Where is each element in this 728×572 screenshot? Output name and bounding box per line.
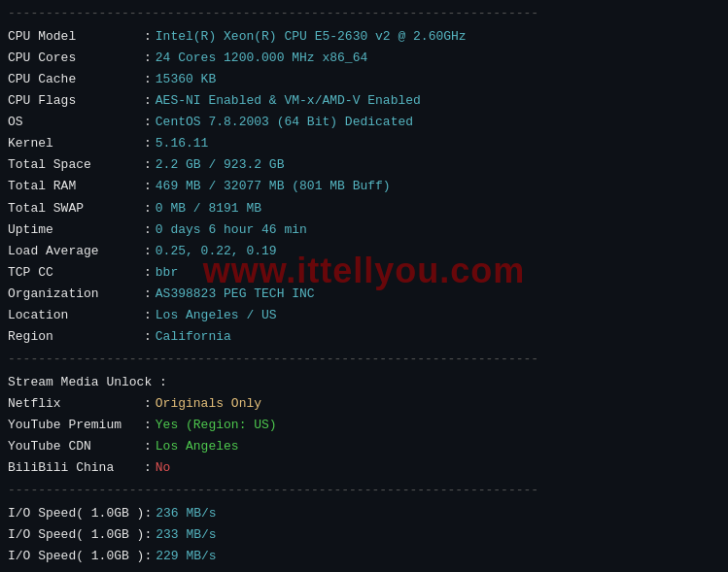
kernel-label: Kernel (8, 133, 144, 154)
bilibili-value: No (156, 457, 171, 479)
avg-io-label: Average I/O Speed (8, 568, 144, 572)
cpu-cores-value: 24 Cores 1200.000 MHz x86_64 (156, 48, 367, 69)
io3-label: I/O Speed( 1.0GB ) (8, 546, 144, 567)
cpu-cores-label: CPU Cores (8, 48, 144, 69)
os-label: OS (8, 112, 144, 133)
total-swap-label: Total SWAP (8, 198, 144, 219)
table-row: Load Average : 0.25, 0.22, 0.19 (8, 241, 720, 262)
stream-header-text: Stream Media Unlock : (8, 372, 167, 393)
table-row: TCP CC : bbr (8, 262, 720, 284)
table-row: Average I/O Speed : 232.7 MB/s (8, 568, 720, 572)
youtube-cdn-value: Los Angeles (156, 436, 239, 457)
tcp-cc-label: TCP CC (8, 262, 144, 284)
table-row: YouTube CDN : Los Angeles (8, 436, 720, 457)
table-row: Location : Los Angeles / US (8, 305, 720, 326)
cpu-cache-value: 15360 KB (156, 69, 216, 90)
table-row: Total SWAP : 0 MB / 8191 MB (8, 198, 720, 219)
io2-value: 233 MB/s (156, 524, 216, 546)
io2-label: I/O Speed( 1.0GB ) (8, 524, 144, 546)
total-ram-label: Total RAM (8, 176, 144, 197)
table-row: Region : California (8, 326, 720, 348)
table-row: Total RAM : 469 MB / 32077 MB (801 MB Bu… (8, 176, 720, 197)
org-label: Organization (8, 284, 144, 305)
io-section: I/O Speed( 1.0GB ) : 236 MB/s I/O Speed(… (8, 503, 720, 572)
table-row: CPU Cores : 24 Cores 1200.000 MHz x86_64 (8, 48, 720, 69)
os-value: CentOS 7.8.2003 (64 Bit) Dedicated (156, 112, 413, 133)
youtube-premium-value: Yes (Region: US) (156, 415, 277, 436)
cpu-flags-value: AES-NI Enabled & VM-x/AMD-V Enabled (156, 90, 421, 112)
youtube-premium-label: YouTube Premium (8, 415, 144, 436)
total-swap-value: 0 MB / 8191 MB (156, 198, 261, 219)
total-space-value: 2.2 GB / 923.2 GB (156, 154, 285, 176)
stream-header: Stream Media Unlock : (8, 372, 720, 393)
divider-top: ----------------------------------------… (8, 4, 720, 24)
youtube-cdn-label: YouTube CDN (8, 436, 144, 457)
io1-label: I/O Speed( 1.0GB ) (8, 503, 144, 524)
region-value: California (156, 326, 231, 348)
cpu-cache-label: CPU Cache (8, 69, 144, 90)
location-label: Location (8, 305, 144, 326)
table-row: Netflix : Originals Only (8, 393, 720, 415)
avg-io-value: 232.7 MB/s (156, 568, 231, 572)
region-label: Region (8, 326, 144, 348)
terminal-output: ----------------------------------------… (8, 4, 720, 572)
table-row: CPU Cache : 15360 KB (8, 69, 720, 90)
tcp-cc-value: bbr (156, 262, 178, 284)
table-row: YouTube Premium : Yes (Region: US) (8, 415, 720, 436)
table-row: Kernel : 5.16.11 (8, 133, 720, 154)
uptime-value: 0 days 6 hour 46 min (156, 219, 307, 241)
table-row: CPU Flags : AES-NI Enabled & VM-x/AMD-V … (8, 90, 720, 112)
table-row: I/O Speed( 1.0GB ) : 233 MB/s (8, 524, 720, 546)
netflix-value: Originals Only (156, 393, 261, 415)
uptime-label: Uptime (8, 219, 144, 241)
table-row: OS : CentOS 7.8.2003 (64 Bit) Dedicated (8, 112, 720, 133)
table-row: CPU Model : Intel(R) Xeon(R) CPU E5-2630… (8, 26, 720, 48)
cpu-section: CPU Model : Intel(R) Xeon(R) CPU E5-2630… (8, 26, 720, 348)
load-avg-label: Load Average (8, 241, 144, 262)
table-row: I/O Speed( 1.0GB ) : 236 MB/s (8, 503, 720, 524)
total-space-label: Total Space (8, 154, 144, 176)
bilibili-label: BiliBili China (8, 457, 144, 479)
cpu-model-label: CPU Model (8, 26, 144, 48)
location-value: Los Angeles / US (156, 305, 277, 326)
netflix-label: Netflix (8, 393, 144, 415)
io3-value: 229 MB/s (156, 546, 216, 567)
load-avg-value: 0.25, 0.22, 0.19 (156, 241, 277, 262)
org-value: AS398823 PEG TECH INC (156, 284, 315, 305)
table-row: BiliBili China : No (8, 457, 720, 479)
table-row: Total Space : 2.2 GB / 923.2 GB (8, 154, 720, 176)
divider-3: ----------------------------------------… (8, 481, 720, 501)
kernel-value: 5.16.11 (156, 133, 209, 154)
table-row: Organization : AS398823 PEG TECH INC (8, 284, 720, 305)
cpu-model-value: Intel(R) Xeon(R) CPU E5-2630 v2 @ 2.60GH… (156, 26, 467, 48)
cpu-flags-label: CPU Flags (8, 90, 144, 112)
table-row: I/O Speed( 1.0GB ) : 229 MB/s (8, 546, 720, 567)
total-ram-value: 469 MB / 32077 MB (801 MB Buff) (156, 176, 391, 197)
stream-section: Stream Media Unlock : Netflix : Original… (8, 372, 720, 479)
divider-2: ----------------------------------------… (8, 350, 720, 370)
io1-value: 236 MB/s (156, 503, 216, 524)
table-row: Uptime : 0 days 6 hour 46 min (8, 219, 720, 241)
